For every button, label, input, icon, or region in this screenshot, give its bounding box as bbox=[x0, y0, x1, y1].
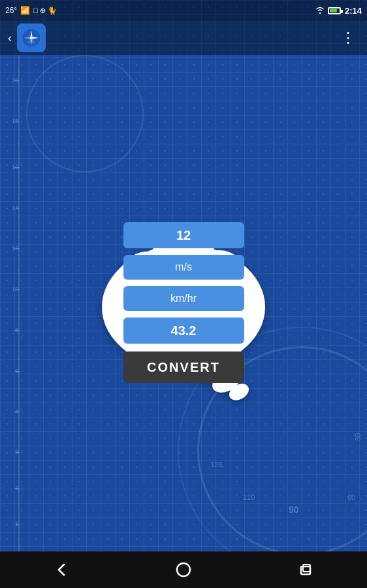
recents-button[interactable] bbox=[286, 557, 325, 583]
svg-text:110: 110 bbox=[243, 493, 255, 501]
svg-text:90: 90 bbox=[289, 504, 299, 515]
cloud-shape: m/s km/hr 43.2 CONVERT bbox=[82, 196, 285, 405]
nav-left: ‹ bbox=[5, 24, 46, 52]
svg-rect-23 bbox=[303, 564, 310, 572]
from-unit-selector[interactable]: m/s bbox=[123, 255, 244, 280]
time-display: 2:14 bbox=[345, 6, 362, 16]
status-right: 2:14 bbox=[315, 6, 362, 16]
back-button[interactable] bbox=[42, 557, 81, 583]
protractor-decoration-top bbox=[26, 55, 144, 172]
svg-text:30: 30 bbox=[354, 433, 362, 441]
nav-back-arrow[interactable]: ‹ bbox=[5, 29, 14, 48]
convert-button[interactable]: CONVERT bbox=[123, 351, 244, 383]
svg-text:120: 120 bbox=[210, 461, 222, 468]
to-unit-selector[interactable]: km/hr bbox=[123, 286, 244, 311]
converter-form: m/s km/hr 43.2 CONVERT bbox=[112, 222, 255, 383]
notification-icons: □ ⊕ 🐈 bbox=[33, 7, 57, 15]
ruler-left: 20 18 16 14 12 10 8 6 4 3 2 1 0 bbox=[0, 55, 20, 564]
app-icon[interactable] bbox=[17, 24, 46, 52]
converter-cloud: m/s km/hr 43.2 CONVERT bbox=[82, 196, 285, 405]
svg-rect-11 bbox=[27, 42, 35, 43]
home-button[interactable] bbox=[164, 557, 203, 583]
wifi-icon bbox=[315, 6, 325, 16]
status-left: 26° 📶 □ ⊕ 🐈 bbox=[5, 6, 57, 15]
status-bar: 26° 📶 □ ⊕ 🐈 2:14 bbox=[0, 0, 367, 21]
battery-icon bbox=[328, 7, 341, 14]
input-value-field[interactable] bbox=[123, 222, 244, 248]
output-value-display: 43.2 bbox=[123, 318, 244, 344]
svg-point-21 bbox=[177, 563, 190, 576]
overflow-menu-button[interactable]: ⋮ bbox=[336, 27, 362, 49]
svg-text:60: 60 bbox=[347, 493, 355, 501]
sim-icon: 📶 bbox=[20, 6, 30, 15]
app-bar: ‹ ⋮ bbox=[0, 21, 367, 55]
temperature-display: 26° bbox=[5, 6, 17, 15]
navigation-bar bbox=[0, 551, 367, 588]
